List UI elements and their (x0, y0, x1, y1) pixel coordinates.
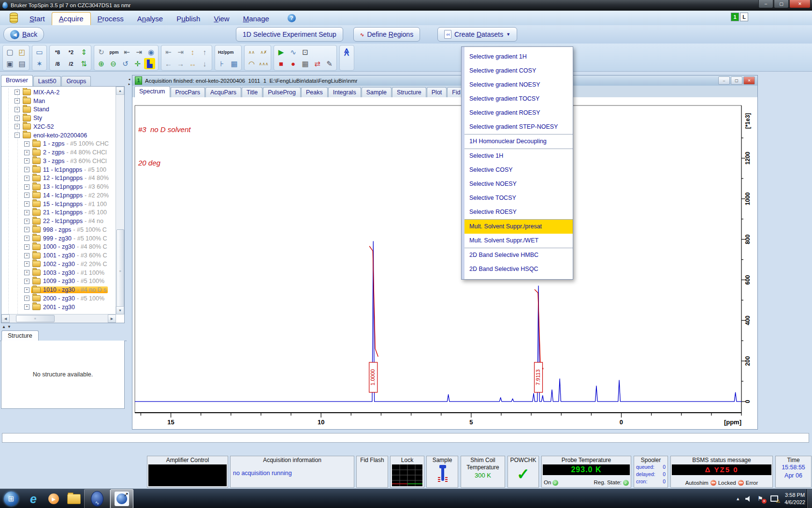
tree-item[interactable]: + 998 - zgps - #5 100% C (1, 225, 116, 234)
peak-delete-icon[interactable]: ∧✗ (258, 46, 269, 58)
tree-item[interactable]: + 1000 - zg30 - #4 80% C (1, 243, 116, 252)
menu-option[interactable]: Selective gradient 1H (464, 50, 573, 64)
zoom-in-icon[interactable]: ⊕ (96, 58, 107, 69)
fid-display-icon[interactable]: ∿ (288, 46, 299, 58)
tune-match-icon[interactable]: ⇄ (312, 58, 323, 69)
scale-div8-button[interactable]: /8 (51, 58, 64, 69)
menu-option[interactable]: Selective ROESY (464, 205, 573, 220)
shift-up-icon[interactable]: ↑ (199, 46, 210, 58)
drag-horizontal-icon[interactable]: ↔ (187, 58, 198, 69)
tree-item[interactable]: + 11 - lc1pngpps - #5 100 (1, 165, 116, 174)
tree-item[interactable]: + 3 - zgps - #3 60% CHCl (1, 157, 116, 165)
menu-option[interactable]: Mult. Solvent Suppr./WET (464, 234, 573, 248)
splitter-down-icon[interactable]: ▼ (7, 325, 11, 329)
tree-expander-icon[interactable]: + (24, 141, 29, 147)
scale-updown-icon[interactable]: ⇕ (78, 46, 89, 58)
show-desktop-button[interactable] (807, 489, 812, 508)
tree-expander-icon[interactable]: + (24, 210, 29, 215)
tree-expander-icon[interactable]: + (24, 296, 29, 301)
vertical-scrollbar[interactable]: ▲ ≡ ▼ (116, 87, 124, 314)
tree-item[interactable]: + Stand (1, 105, 116, 114)
grid-toggle-icon[interactable]: ▦ (229, 58, 240, 69)
run-acquisition-icon[interactable]: ▶ (276, 46, 287, 58)
scale-times8-button[interactable]: *8 (51, 46, 64, 58)
horizontal-scrollbar[interactable]: ◀ ≡ ▶ (1, 314, 116, 323)
undo-zoom-icon[interactable]: ↺ (120, 58, 131, 69)
tree-item[interactable]: + 2001 - zg30 (1, 303, 116, 312)
prev-bound-icon[interactable]: ⇤ (121, 46, 132, 58)
dataset-tab[interactable]: Plot (427, 87, 447, 97)
menu-item[interactable]: Analyse (130, 13, 170, 25)
panel-splitter[interactable]: ▲ ▼ (2, 325, 11, 329)
tree-item[interactable]: + 1010 - zg30 - #4 no D s (1, 285, 116, 294)
dataset-tab[interactable]: AcquPars (205, 87, 241, 97)
tree-expander-icon[interactable]: + (24, 167, 29, 172)
tree-item[interactable]: + 13 - lc1pngpps - #3 60% (1, 182, 116, 191)
tree-expander-icon[interactable]: + (14, 90, 20, 95)
shim-pencil-icon[interactable]: ✎ (324, 58, 335, 69)
drag-vertical-icon[interactable]: ↕ (187, 46, 198, 58)
define-regions-button[interactable]: ∿ Define Regions (353, 27, 420, 42)
step-right-icon[interactable]: → (175, 58, 186, 69)
step-left-icon[interactable]: ← (163, 58, 174, 69)
dataset-tab[interactable]: Title (242, 87, 262, 97)
taskbar-clock[interactable]: 3:58 PM4/6/2022 (784, 492, 805, 506)
tree-item[interactable]: + 1 - zgps - #5 100% CHC (1, 140, 116, 149)
menu-option[interactable]: Selective NOESY (464, 177, 573, 191)
dataset-maximize-button[interactable]: ▢ (731, 76, 742, 85)
powchk-panel[interactable]: POWCHK ✓ (508, 456, 539, 488)
full-view-icon[interactable]: ▙ (144, 58, 155, 69)
zoom-out-icon[interactable]: ⊖ (108, 58, 119, 69)
tree-expander-icon[interactable]: + (24, 193, 29, 198)
shim-coil-panel[interactable]: Shim Coil Temperature 300 K (461, 456, 505, 488)
tree-item[interactable]: + 1003 - zg30 - #1 100% (1, 269, 116, 277)
dataset-tab[interactable]: ProcPars (171, 87, 205, 97)
browser-tab[interactable]: Last50 (33, 76, 61, 86)
minimize-button[interactable]: – (758, 0, 773, 8)
tree-expander-icon[interactable]: + (24, 279, 29, 284)
menu-item[interactable]: Start (23, 13, 52, 25)
peak-pick-icon[interactable]: ◠ (246, 58, 257, 69)
save-icon[interactable]: ▣ (4, 58, 15, 69)
tree-expander-icon[interactable]: + (24, 304, 29, 310)
tree-item[interactable]: + 999 - zg30 - #5 100% C (1, 234, 116, 243)
tree-item[interactable]: + 14 - lc1pngpps - #2 20% (1, 191, 116, 200)
acquisition-info-panel[interactable]: Acquisition information no acquisition r… (230, 456, 354, 488)
menu-option[interactable]: Selective gradient NOESY (464, 78, 573, 92)
probe-temperature-panel[interactable]: Probe Temperature 293.0 K On✓ Reg. State… (541, 456, 631, 488)
create-datasets-button[interactable]: ¹H Create Datasets ▼ (437, 27, 517, 42)
tree-expander-icon[interactable]: + (24, 176, 29, 181)
tree-expander-icon[interactable]: + (24, 201, 29, 207)
bsms-panel-icon[interactable]: ▦ (300, 58, 311, 69)
tree-item[interactable]: + Sty (1, 114, 116, 122)
window-titlebar[interactable]: Bruker TopSpin 3.5 pl 7 on CZC3047DS1 as… (0, 0, 812, 11)
amplifier-control-panel[interactable]: Amplifier Control (147, 456, 228, 488)
selective-experiment-setup-button[interactable]: 1D Selective Experiment Setup (236, 27, 343, 42)
select-region-icon[interactable]: ▭ (34, 46, 45, 58)
stop-icon[interactable]: ● (288, 58, 299, 69)
scale-times2-button[interactable]: *2 (65, 46, 77, 58)
tree-item[interactable]: + 21 - lc1pngpps - #5 100 (1, 209, 116, 217)
rotate-view-icon[interactable]: ↻ (96, 46, 107, 58)
tree-expander-icon[interactable]: + (24, 261, 29, 267)
dataset-tab[interactable]: Integrals (328, 87, 361, 97)
browser-tab[interactable]: Groups (61, 76, 91, 86)
bsms-status-panel[interactable]: BSMS status message Δ YZ5 0 Autoshim Loc… (670, 456, 773, 488)
menu-option[interactable]: Selective 1H (464, 149, 573, 163)
magnify-icon[interactable]: ◉ (145, 46, 157, 58)
dataset-tab[interactable]: Structure (392, 87, 426, 97)
multi-peaks-icon[interactable]: ∧∧∧ (258, 58, 269, 69)
structure-icon[interactable]: ✶ (34, 58, 45, 69)
dataset-tab[interactable]: Sample (362, 87, 392, 97)
tree-item[interactable]: + Man (1, 97, 116, 105)
dataset-tab[interactable]: PulseProg (263, 87, 301, 97)
tree-expander-icon[interactable]: + (24, 287, 29, 293)
tree-expander-icon[interactable]: + (24, 236, 29, 241)
scroll-up-button[interactable]: ▲ (116, 87, 124, 95)
shift-down-icon[interactable]: ↓ (199, 58, 210, 69)
menu-item[interactable]: View (207, 13, 236, 25)
new-dataset-icon[interactable]: ▢ (4, 46, 15, 58)
dataset-close-button[interactable]: ✕ (743, 76, 755, 85)
menu-option[interactable]: 2D Band Selective HSQC (464, 262, 573, 276)
tree-expander-icon[interactable]: + (24, 270, 29, 275)
